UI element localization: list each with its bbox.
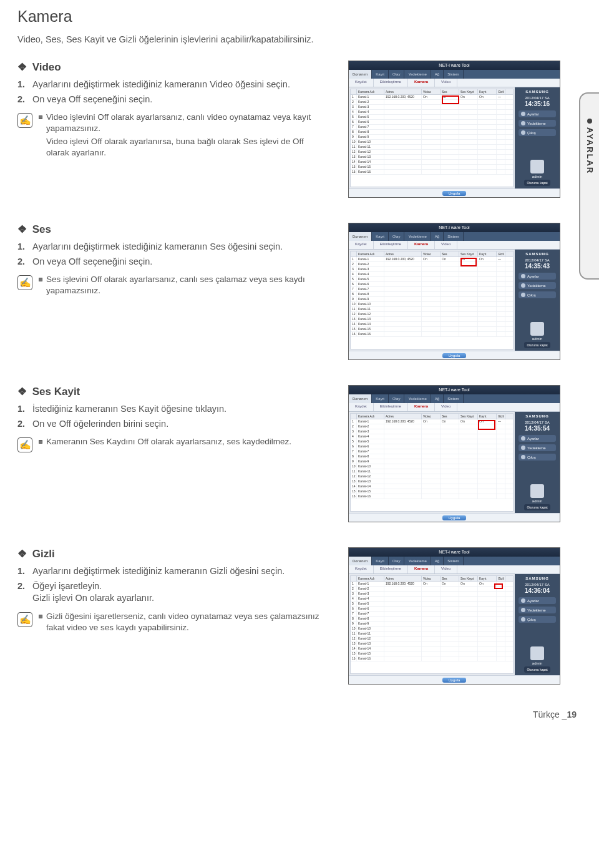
top-tab[interactable]: Kayıt	[372, 70, 389, 79]
top-tab[interactable]: Donanım	[349, 394, 372, 403]
top-tab[interactable]: Yedekleme	[404, 70, 431, 79]
grid-row[interactable]: 7Kanal-7	[351, 287, 513, 292]
side-button[interactable]: Ayarlar	[519, 435, 556, 442]
side-button[interactable]: Ayarlar	[519, 110, 556, 117]
grid-row[interactable]: 3Kanal-3	[351, 592, 513, 597]
apply-button[interactable]: Uygula	[442, 678, 467, 683]
top-tab[interactable]: Ağ	[431, 557, 444, 565]
side-button[interactable]: Yedekleme	[519, 120, 556, 127]
sub-tab[interactable]: Etkinleştirme	[374, 241, 408, 249]
grid-row[interactable]: 8Kanal-8	[351, 292, 513, 297]
sub-tab[interactable]: Video	[435, 241, 457, 249]
logout-button[interactable]: Oturumu kapat	[524, 342, 550, 348]
top-tab[interactable]: Yedekleme	[404, 557, 431, 565]
sub-tab[interactable]: Etkinleştirme	[374, 565, 408, 573]
top-tab[interactable]: Olay	[389, 557, 404, 565]
top-tab[interactable]: Yedekleme	[404, 394, 431, 403]
grid-row[interactable]: 14Kanal-14	[351, 160, 513, 165]
side-button[interactable]: Çıkış	[519, 616, 556, 623]
grid-row[interactable]: 5Kanal-5	[351, 277, 513, 282]
grid-row[interactable]: 13Kanal-13	[351, 155, 513, 160]
top-tab[interactable]: Sistem	[444, 70, 463, 79]
grid-row[interactable]: 6Kanal-6	[351, 444, 513, 449]
side-button[interactable]: Çıkış	[519, 129, 556, 136]
grid-row[interactable]: 11Kanal-11	[351, 307, 513, 312]
grid-row[interactable]: 10Kanal-10	[351, 140, 513, 145]
grid-row[interactable]: 9Kanal-9	[351, 135, 513, 140]
top-tab[interactable]: Kayıt	[372, 557, 389, 565]
grid-row[interactable]: 15Kanal-15	[351, 327, 513, 332]
grid-row[interactable]: 7Kanal-7	[351, 612, 513, 617]
sub-tab[interactable]: Video	[435, 403, 457, 411]
grid-row[interactable]: 5Kanal-5	[351, 115, 513, 120]
top-tab[interactable]: Kayıt	[372, 394, 389, 403]
top-tab[interactable]: Ağ	[431, 394, 444, 403]
grid-row[interactable]: 1Kanal-1192.168.0.200, 4520OnOnOnOn—	[351, 257, 513, 262]
grid-row[interactable]: 7Kanal-7	[351, 449, 513, 454]
apply-button[interactable]: Uygula	[442, 191, 467, 196]
grid-row[interactable]: 14Kanal-14	[351, 484, 513, 489]
top-tab[interactable]: Sistem	[444, 394, 463, 403]
grid-row[interactable]: 4Kanal-4	[351, 434, 513, 439]
sub-tab[interactable]: Kamera	[408, 565, 435, 573]
sub-tab[interactable]: Kaydet	[349, 403, 374, 411]
grid-row[interactable]: 2Kanal-2	[351, 262, 513, 267]
grid-row[interactable]: 14Kanal-14	[351, 322, 513, 327]
grid-row[interactable]: 12Kanal-12	[351, 312, 513, 317]
grid-row[interactable]: 9Kanal-9	[351, 459, 513, 464]
side-button[interactable]: Ayarlar	[519, 273, 556, 280]
side-button[interactable]: Çıkış	[519, 454, 556, 461]
top-tab[interactable]: Olay	[389, 232, 404, 241]
grid-row[interactable]: 16Kanal-16	[351, 332, 513, 337]
top-tab[interactable]: Donanım	[349, 232, 372, 241]
side-button[interactable]: Yedekleme	[519, 282, 556, 289]
grid-row[interactable]: 12Kanal-12	[351, 474, 513, 479]
grid-row[interactable]: 9Kanal-9	[351, 297, 513, 302]
grid-row[interactable]: 2Kanal-2	[351, 100, 513, 105]
grid-row[interactable]: 2Kanal-2	[351, 587, 513, 592]
grid-row[interactable]: 12Kanal-12	[351, 150, 513, 155]
sub-tab[interactable]: Kaydet	[349, 241, 374, 249]
grid-row[interactable]: 3Kanal-3	[351, 267, 513, 272]
top-tab[interactable]: Sistem	[444, 232, 463, 241]
logout-button[interactable]: Oturumu kapat	[524, 180, 550, 186]
top-tab[interactable]: Ağ	[431, 70, 444, 79]
grid-row[interactable]: 1Kanal-1192.168.0.200, 4520OnOnOnOn—	[351, 95, 513, 100]
sub-tab[interactable]: Video	[435, 565, 457, 573]
top-tab[interactable]: Donanım	[349, 70, 372, 79]
side-button[interactable]: Ayarlar	[519, 597, 556, 604]
top-tab[interactable]: Donanım	[349, 557, 372, 565]
grid-row[interactable]: 10Kanal-10	[351, 302, 513, 307]
sub-tab[interactable]: Kaydet	[349, 79, 374, 87]
grid-row[interactable]: 6Kanal-6	[351, 120, 513, 125]
grid-row[interactable]: 8Kanal-8	[351, 130, 513, 135]
grid-row[interactable]: 13Kanal-13	[351, 317, 513, 322]
grid-row[interactable]: 4Kanal-4	[351, 272, 513, 277]
top-tab[interactable]: Yedekleme	[404, 232, 431, 241]
grid-row[interactable]: 4Kanal-4	[351, 597, 513, 602]
sub-tab[interactable]: Video	[435, 79, 457, 87]
sub-tab[interactable]: Etkinleştirme	[374, 403, 408, 411]
grid-row[interactable]: 6Kanal-6	[351, 607, 513, 612]
side-button[interactable]: Yedekleme	[519, 607, 556, 613]
grid-row[interactable]: 8Kanal-8	[351, 454, 513, 459]
grid-row[interactable]: 4Kanal-4	[351, 110, 513, 115]
apply-button[interactable]: Uygula	[442, 515, 467, 520]
grid-row[interactable]: 16Kanal-16	[351, 656, 513, 661]
grid-row[interactable]: 15Kanal-15	[351, 165, 513, 170]
grid-row[interactable]: 3Kanal-3	[351, 105, 513, 110]
grid-row[interactable]: 6Kanal-6	[351, 282, 513, 287]
grid-row[interactable]: 10Kanal-10	[351, 464, 513, 469]
grid-row[interactable]: 11Kanal-11	[351, 145, 513, 150]
grid-row[interactable]: 13Kanal-13	[351, 479, 513, 484]
top-tab[interactable]: Olay	[389, 394, 404, 403]
grid-row[interactable]: 9Kanal-9	[351, 622, 513, 627]
grid-row[interactable]: 1Kanal-1192.168.0.200, 4520OnOnOnOn—	[351, 582, 513, 587]
grid-row[interactable]: 16Kanal-16	[351, 170, 513, 175]
grid-row[interactable]: 11Kanal-11	[351, 469, 513, 474]
grid-row[interactable]: 14Kanal-14	[351, 646, 513, 651]
grid-row[interactable]: 3Kanal-3	[351, 429, 513, 434]
side-button[interactable]: Çıkış	[519, 291, 556, 298]
grid-row[interactable]: 12Kanal-12	[351, 636, 513, 641]
grid-row[interactable]: 11Kanal-11	[351, 631, 513, 636]
